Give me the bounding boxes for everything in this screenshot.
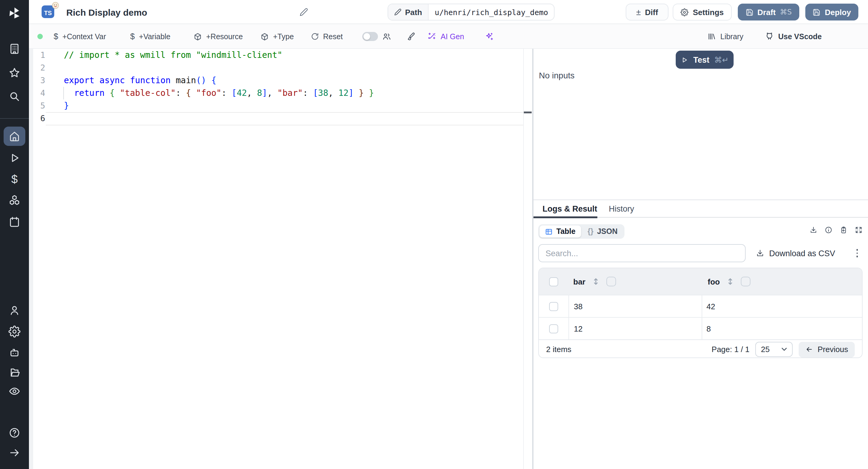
tab-history[interactable]: History (609, 200, 634, 218)
search-input[interactable] (538, 244, 746, 262)
collaborators-button[interactable] (382, 24, 391, 49)
result-table: bar foo 38 42 (538, 268, 863, 358)
windmill-logo-icon[interactable] (0, 4, 29, 22)
use-vscode-button[interactable]: Use VScode (765, 24, 822, 49)
editor-cursor-mark (524, 112, 532, 113)
add-variable-button[interactable]: $ +Variable (130, 24, 170, 49)
library-label: Library (720, 32, 743, 41)
package-icon (260, 32, 269, 41)
copy-clipboard-icon[interactable] (840, 226, 847, 234)
ai-gen-button[interactable]: AI Gen (427, 24, 464, 49)
sidebar-item-runs[interactable] (0, 148, 29, 167)
table-row: 38 42 (539, 295, 862, 317)
draft-button[interactable]: Draft ⌘S (738, 4, 799, 21)
bot-icon (8, 347, 21, 359)
download-result-icon[interactable] (809, 226, 817, 234)
arrow-right-icon (8, 447, 21, 459)
sidebar-item-audit[interactable] (0, 382, 29, 401)
sidebar-item-help[interactable] (0, 423, 29, 442)
column-handle[interactable] (607, 277, 616, 286)
settings-label: Settings (693, 7, 724, 17)
star-icon (8, 67, 21, 79)
deploy-button[interactable]: Deploy (805, 4, 858, 21)
sidebar-item-favorites[interactable] (0, 63, 29, 83)
code-line[interactable]: 4 return { "table-col": { "foo": [42, 8]… (29, 87, 532, 99)
dollar-icon: $ (11, 173, 18, 186)
previous-page-button[interactable]: Previous (799, 342, 855, 357)
code-line[interactable]: 5} (29, 99, 532, 112)
add-type-button[interactable]: +Type (260, 24, 294, 49)
cell-bar: 38 (568, 295, 702, 317)
path-button[interactable]: Path (388, 4, 429, 20)
code-line[interactable]: 1// import * as wmill from "windmill-cli… (29, 49, 532, 61)
sidebar-item-variables[interactable]: $ (0, 170, 29, 189)
code-editor[interactable]: 1// import * as wmill from "windmill-cli… (29, 49, 532, 469)
reset-button[interactable]: Reset (311, 24, 343, 49)
view-json-segment[interactable]: {} JSON (582, 225, 623, 238)
play-icon (8, 152, 21, 164)
sidebar-item-schedules[interactable] (0, 212, 29, 231)
tab-logs-result[interactable]: Logs & Result (542, 200, 597, 218)
select-all-checkbox[interactable] (549, 277, 558, 286)
sort-icon[interactable] (727, 277, 734, 286)
path-widget[interactable]: Path u/henri/rich_display_demo (388, 4, 555, 21)
code-line[interactable]: 6 (29, 112, 532, 125)
page-size-select[interactable]: 25 (755, 342, 793, 357)
download-icon (756, 249, 764, 257)
settings-button[interactable]: Settings (673, 4, 732, 21)
sidebar-item-resources[interactable] (0, 190, 29, 210)
download-csv-button[interactable]: Download as CSV (756, 244, 835, 262)
info-icon[interactable] (825, 226, 832, 234)
vscode-icon (765, 32, 774, 41)
line-number: 3 (29, 74, 45, 87)
gear-icon (8, 325, 21, 338)
diff-button[interactable]: ± Diff (626, 4, 669, 21)
draft-label: Draft (757, 7, 776, 17)
column-handle[interactable] (741, 277, 750, 286)
path-label: Path (405, 7, 422, 17)
windmill-script-editor: $ (0, 0, 868, 469)
table-options-kebab-icon[interactable] (854, 247, 861, 259)
column-header-foo[interactable]: foo (708, 277, 720, 286)
sidebar-item-users[interactable] (0, 301, 29, 320)
library-button[interactable]: Library (707, 24, 743, 49)
editor-toolbar: $ +Context Var $ +Variable +Resource +Ty… (29, 24, 868, 49)
diff-label: Diff (645, 7, 658, 17)
summary-emoji-icon (52, 2, 59, 9)
row-checkbox[interactable] (549, 324, 558, 333)
boxes-icon (8, 194, 21, 206)
ai-gen-label: AI Gen (441, 32, 464, 41)
sidebar-item-settings[interactable] (0, 322, 29, 341)
sidebar-item-workers[interactable] (0, 343, 29, 362)
table-header-row: bar foo (539, 268, 862, 295)
test-button[interactable]: Test ⌘↵ (676, 51, 734, 69)
sidebar-item-search[interactable] (0, 87, 29, 106)
code-line[interactable]: 2 (29, 61, 532, 74)
active-tab-underline (533, 216, 597, 218)
sort-icon[interactable] (592, 277, 599, 286)
sidebar-item-home[interactable] (4, 127, 25, 146)
line-number: 6 (29, 112, 45, 125)
sidebar-item-collapse[interactable] (0, 443, 29, 462)
ai-sparkles-button[interactable] (485, 24, 494, 49)
row-checkbox[interactable] (549, 302, 558, 311)
column-header-bar[interactable]: bar (573, 277, 585, 286)
reset-label: Reset (323, 32, 343, 41)
sidebar-item-workspace[interactable] (0, 39, 29, 59)
add-resource-button[interactable]: +Resource (193, 24, 243, 49)
view-table-segment[interactable]: Table (539, 225, 581, 238)
toggle-track[interactable] (362, 32, 378, 41)
code-line[interactable]: 3export async function main() { (29, 74, 532, 87)
format-brush-button[interactable] (406, 24, 415, 49)
multiplayer-toggle[interactable] (362, 24, 378, 49)
add-variable-label: +Variable (139, 32, 170, 41)
cell-foo: 42 (702, 295, 862, 317)
add-resource-label: +Resource (206, 32, 243, 41)
gear-icon (681, 8, 689, 16)
expand-icon[interactable] (855, 226, 863, 234)
sidebar-item-folders[interactable] (0, 363, 29, 382)
path-value[interactable]: u/henri/rich_display_demo (429, 4, 554, 20)
add-context-var-button[interactable]: $ +Context Var (54, 24, 106, 49)
calendar-icon (8, 216, 21, 228)
edit-summary-pencil-icon[interactable] (300, 8, 308, 16)
